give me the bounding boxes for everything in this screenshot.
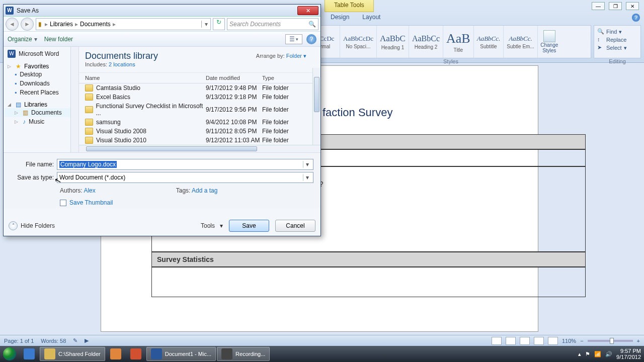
save-button[interactable]: Save <box>229 220 269 232</box>
dialog-titlebar[interactable]: W Save As ✕ <box>4 5 320 17</box>
folder-icon <box>85 94 93 101</box>
style-item[interactable]: AaBbCc.Subtitle <box>474 26 504 58</box>
tab-design[interactable]: Design <box>325 12 355 23</box>
list-scrollbar[interactable] <box>312 68 320 145</box>
start-button[interactable] <box>0 346 19 362</box>
refresh-button[interactable]: ↻ <box>213 18 225 30</box>
find-button[interactable]: 🔍Find ▾ <box>597 28 637 35</box>
system-tray[interactable]: ▴ ⚑ 📶 🔊 9:57 PM9/17/2012 <box>578 348 644 360</box>
minimize-button[interactable]: — <box>592 2 605 10</box>
style-item[interactable]: AaBbCcHeading 2 <box>409 26 443 58</box>
file-row[interactable]: Camtasia Studio9/17/2012 9:48 PMFile fol… <box>79 83 320 93</box>
folder-icon <box>85 128 93 135</box>
nav-downloads[interactable]: ▪Downloads <box>5 79 77 88</box>
nav-desktop[interactable]: ▪Desktop <box>5 70 77 79</box>
dialog-title: Save As <box>17 7 39 14</box>
wmp-taskbar[interactable] <box>106 347 125 361</box>
column-headers[interactable]: Name Date modified Type <box>79 72 320 83</box>
ribbon-tabs: Design Layout <box>325 12 386 23</box>
breadcrumb-dropdown[interactable]: ▾ <box>201 21 210 28</box>
nav-scrollbar[interactable] <box>70 47 78 152</box>
dialog-close-button[interactable]: ✕ <box>297 6 318 15</box>
file-row[interactable]: Functional Survey Checklist in Microsoft… <box>79 102 320 118</box>
wmp-icon <box>110 348 121 359</box>
zoom-in[interactable]: + <box>637 338 640 344</box>
web-layout-view[interactable] <box>520 337 530 345</box>
savetype-select[interactable]: Word Document (*.docx) ▾ <box>57 172 313 183</box>
zoom-out[interactable]: − <box>580 338 583 344</box>
clock[interactable]: 9:57 PM9/17/2012 <box>616 348 641 360</box>
nav-libraries[interactable]: ◢▤Libraries <box>5 101 77 108</box>
restore-button[interactable]: ❐ <box>609 2 622 10</box>
breadcrumb[interactable]: ▮ ▸ Libraries▸ Documents▸ ▾ <box>36 18 211 30</box>
replace-button[interactable]: ↕Replace <box>597 36 637 43</box>
word-count[interactable]: Words: 58 <box>41 338 66 344</box>
word-icon: W <box>6 7 14 15</box>
forward-button[interactable]: ► <box>21 18 34 31</box>
zoom-slider[interactable] <box>588 340 633 342</box>
file-row[interactable]: Visual Studio 20109/12/2012 11:03 AMFile… <box>79 136 320 145</box>
windows-taskbar: C:\Shared Folder Document1 - Mic... Reco… <box>0 346 644 362</box>
chevron-down-icon[interactable]: ▾ <box>303 174 311 181</box>
tags-field[interactable]: Add a tag <box>192 187 217 194</box>
style-item[interactable]: AaBbCcDcNo Spaci... <box>340 26 377 58</box>
print-layout-view[interactable] <box>492 337 502 345</box>
arrange-by[interactable]: Arrange by: Folder ▾ <box>256 53 306 59</box>
filename-input[interactable]: Company Logo.docx ▾ <box>57 159 313 170</box>
nav-music[interactable]: ▷♪Music <box>5 117 77 126</box>
styles-gallery[interactable]: bCcDcrmalAaBbCcDcNo Spaci...AaBbCHeading… <box>310 25 591 58</box>
draft-view[interactable] <box>548 337 558 345</box>
list-hscrollbar[interactable] <box>79 145 320 152</box>
tray-chevron-icon[interactable]: ▴ <box>578 351 581 357</box>
zoom-level[interactable]: 110% <box>562 338 576 344</box>
camtasia-taskbar[interactable]: Recording... <box>217 347 270 361</box>
file-row[interactable]: Excel Basics9/13/2012 9:18 PMFile folder <box>79 93 320 102</box>
organize-menu[interactable]: Organize ▾ <box>8 36 37 43</box>
music-icon: ♪ <box>23 118 26 125</box>
cancel-button[interactable]: Cancel <box>275 220 315 232</box>
help-icon[interactable]: ? <box>632 14 640 22</box>
style-item[interactable]: AaBbCHeading 1 <box>377 26 409 58</box>
chevron-down-icon[interactable]: ▾ <box>303 161 311 168</box>
file-row[interactable]: samsung9/4/2012 10:08 PMFile folder <box>79 118 320 127</box>
editing-group: 🔍Find ▾ ↕Replace ➤Select ▾ <box>594 25 641 58</box>
view-options[interactable]: ☰▾ <box>285 34 302 44</box>
nav-word[interactable]: W Microsoft Word <box>5 49 77 59</box>
fullscreen-view[interactable] <box>506 337 516 345</box>
spell-icon[interactable]: ✎ <box>73 337 77 344</box>
tab-layout[interactable]: Layout <box>356 12 386 23</box>
tools-menu[interactable]: Tools ▾ <box>201 222 223 229</box>
nav-recent[interactable]: ▪Recent Places <box>5 88 77 97</box>
page-indicator[interactable]: Page: 1 of 1 <box>4 338 34 344</box>
close-button[interactable]: ✕ <box>626 2 639 10</box>
outline-view[interactable] <box>534 337 544 345</box>
save-thumbnail-label[interactable]: Save Thumbnail <box>69 199 113 206</box>
hide-folders-button[interactable]: ˄ Hide Folders <box>9 221 55 230</box>
style-item[interactable]: AaBbCc.Subtle Em... <box>504 26 537 58</box>
network-icon[interactable]: 📶 <box>594 351 601 357</box>
help-button[interactable]: ? <box>306 34 316 44</box>
search-input[interactable]: Search Documents 🔍 <box>227 18 318 30</box>
nav-favorites[interactable]: ▷★Favorites <box>5 63 77 70</box>
save-thumbnail-checkbox[interactable] <box>60 200 66 206</box>
folder-icon <box>85 137 93 144</box>
new-folder-button[interactable]: New folder <box>44 36 73 43</box>
flag-icon[interactable]: ⚑ <box>585 351 590 357</box>
word-taskbar[interactable]: Document1 - Mic... <box>146 347 216 361</box>
locations-link[interactable]: 2 locations <box>109 61 135 67</box>
file-row[interactable]: Visual Studio 20089/11/2012 8:05 PMFile … <box>79 127 320 136</box>
downloads-icon: ▪ <box>15 80 17 87</box>
volume-icon[interactable]: 🔊 <box>605 351 612 357</box>
ie-taskbar[interactable] <box>20 347 39 361</box>
nav-documents[interactable]: ▷▥Documents <box>5 108 77 117</box>
change-styles-button[interactable]: ChangeStyles <box>538 26 561 58</box>
back-button[interactable]: ◄ <box>6 18 19 31</box>
authors-field[interactable]: Alex <box>84 187 95 194</box>
word-status-bar: Page: 1 of 1 Words: 58 ✎ ▶ 110% − + <box>0 335 644 346</box>
macro-icon[interactable]: ▶ <box>85 337 89 344</box>
style-item[interactable]: AaBTitle <box>443 26 474 58</box>
ppt-taskbar[interactable] <box>126 347 145 361</box>
select-button[interactable]: ➤Select ▾ <box>597 44 637 51</box>
chevron-up-icon: ˄ <box>9 221 18 230</box>
explorer-taskbar[interactable]: C:\Shared Folder <box>40 347 105 361</box>
